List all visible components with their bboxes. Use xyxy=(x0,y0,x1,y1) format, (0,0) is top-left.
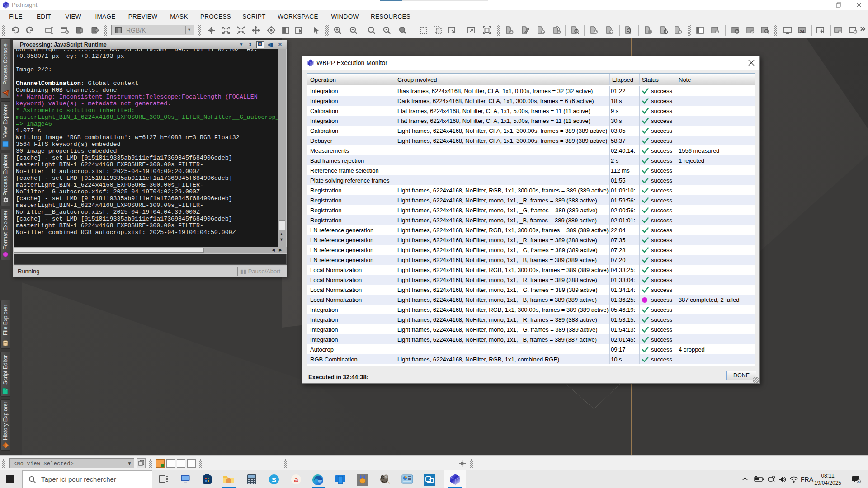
svg-text:a: a xyxy=(294,475,298,484)
svg-text:5: 5 xyxy=(858,480,860,484)
svg-text:24: 24 xyxy=(800,29,804,34)
svg-text:S: S xyxy=(272,476,276,483)
